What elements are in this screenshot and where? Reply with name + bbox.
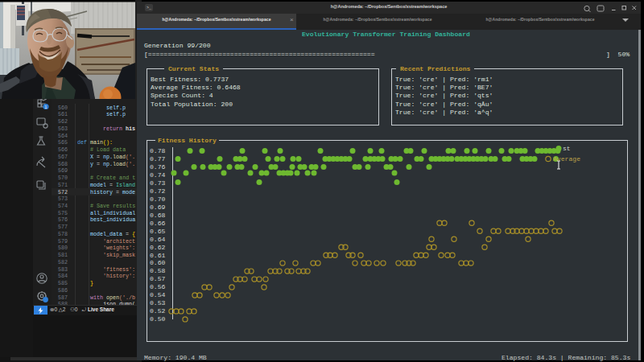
svg-text:1: 1 <box>45 105 47 109</box>
